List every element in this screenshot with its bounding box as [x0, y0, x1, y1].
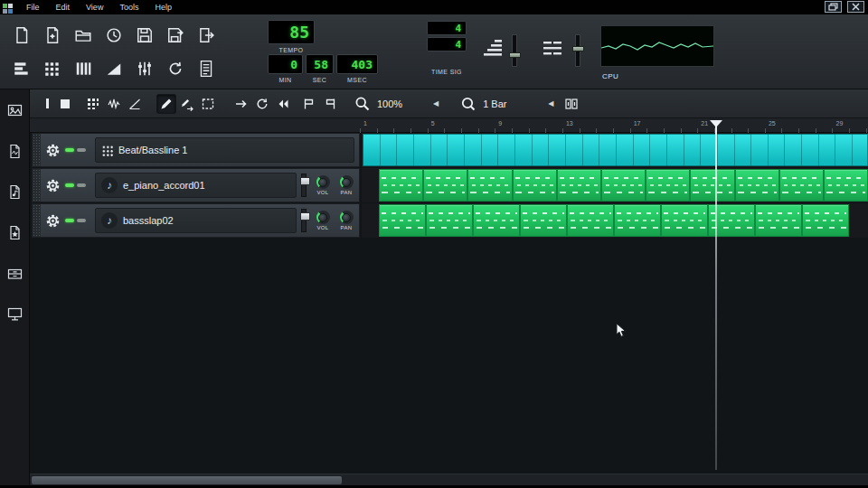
track-lane[interactable]: [362, 133, 868, 167]
menu-file[interactable]: File: [18, 0, 48, 14]
close-button[interactable]: [847, 1, 864, 13]
bb-pattern-segment[interactable]: [363, 134, 868, 166]
pause-button[interactable]: [35, 95, 53, 113]
track-mute-led[interactable]: [65, 148, 74, 152]
autoscroll-button[interactable]: [232, 95, 250, 113]
zoom-decrease-arrow[interactable]: ◀: [433, 99, 439, 108]
pattern-segment[interactable]: [601, 169, 646, 202]
menu-view[interactable]: View: [78, 0, 111, 14]
track-grip[interactable]: [33, 169, 41, 202]
tempo-display[interactable]: 85: [268, 20, 315, 44]
pattern-segment[interactable]: [614, 204, 661, 237]
timeline-ruler[interactable]: 1591317212529: [360, 118, 868, 133]
save-project-button[interactable]: [130, 21, 158, 49]
edit-mode-button[interactable]: [178, 95, 196, 113]
pattern-segment[interactable]: [567, 204, 614, 237]
sidebar-presets-button[interactable]: [5, 182, 24, 202]
pattern-segment[interactable]: [423, 169, 467, 202]
export-project-button[interactable]: [192, 21, 220, 49]
volume-knob[interactable]: [316, 211, 330, 224]
sidebar-instruments-button[interactable]: [5, 100, 24, 120]
timesig-denominator-display[interactable]: 4: [427, 37, 467, 52]
new-project-button[interactable]: [7, 21, 35, 49]
toggle-controller-rack-button[interactable]: [161, 54, 189, 82]
timeline[interactable]: 1591317212529: [30, 118, 868, 133]
track-fader[interactable]: [301, 209, 307, 232]
track-gear-button[interactable]: [41, 172, 64, 199]
save-as-button[interactable]: [161, 21, 189, 49]
snap-decrease-arrow[interactable]: ◀: [548, 99, 553, 108]
pattern-segment[interactable]: [779, 169, 824, 202]
master-volume-slider[interactable]: [512, 34, 517, 67]
horizontal-scrollbar-thumb[interactable]: [32, 476, 342, 484]
toggle-piano-roll-button[interactable]: [69, 54, 97, 82]
sidebar-computer-button[interactable]: [5, 304, 24, 324]
menu-help[interactable]: Help: [146, 0, 180, 14]
open-recent-button[interactable]: [99, 21, 127, 49]
pattern-segment[interactable]: [467, 169, 512, 202]
toggle-automation-editor-button[interactable]: [99, 54, 127, 82]
horizontal-scrollbar[interactable]: [30, 474, 868, 485]
track-lane[interactable]: [362, 203, 868, 238]
track-solo-led[interactable]: [77, 148, 86, 152]
snap-value[interactable]: 1 Bar: [483, 99, 524, 109]
timesig-numerator-display[interactable]: 4: [427, 21, 467, 35]
track-gear-button[interactable]: [41, 136, 64, 164]
pan-knob[interactable]: [340, 211, 354, 224]
track-mute-led[interactable]: [65, 219, 74, 222]
sidebar-favorites-button[interactable]: [5, 222, 24, 242]
pan-knob[interactable]: [340, 175, 354, 189]
pattern-segment[interactable]: [690, 169, 734, 202]
track-gear-button[interactable]: [41, 207, 64, 234]
pattern-segment[interactable]: [646, 169, 690, 202]
master-volume-handle[interactable]: [509, 52, 521, 58]
track-name-button[interactable]: ♪ bassslap02: [95, 208, 297, 233]
pattern-segment[interactable]: [557, 169, 601, 202]
restore-button[interactable]: [825, 1, 842, 13]
pattern-segment[interactable]: [473, 204, 520, 237]
master-pitch-slider[interactable]: [575, 34, 580, 67]
master-pitch-handle[interactable]: [572, 46, 584, 52]
marker-start-button[interactable]: [300, 95, 318, 113]
zoom-value[interactable]: 100%: [377, 99, 415, 109]
pattern-segment[interactable]: [513, 169, 557, 202]
track-name-button[interactable]: ♪ e_piano_accord01: [95, 173, 297, 198]
toggle-song-editor-button[interactable]: [7, 54, 35, 82]
stop-behaviour-button[interactable]: [274, 95, 292, 113]
pattern-segment[interactable]: [824, 169, 868, 202]
pattern-segment[interactable]: [755, 204, 802, 237]
add-automation-track-button[interactable]: [126, 95, 144, 113]
pattern-segment[interactable]: [520, 204, 567, 237]
track-mute-led[interactable]: [65, 183, 74, 187]
track-solo-led[interactable]: [77, 219, 86, 222]
track-grip[interactable]: [33, 134, 41, 166]
volume-knob[interactable]: [316, 175, 330, 189]
add-bb-track-button[interactable]: [84, 95, 102, 113]
open-project-button[interactable]: [69, 21, 97, 49]
pattern-segment[interactable]: [379, 204, 426, 237]
toggle-bb-editor-button[interactable]: [38, 54, 66, 82]
pattern-segment[interactable]: [426, 204, 473, 237]
sidebar-home-button[interactable]: [5, 263, 24, 283]
pattern-segment[interactable]: [379, 169, 423, 202]
track-grip[interactable]: [33, 204, 41, 237]
select-mode-button[interactable]: [199, 95, 217, 113]
loop-points-button[interactable]: [253, 95, 271, 113]
snap-mode-button[interactable]: [562, 95, 580, 113]
track-name-button[interactable]: Beat/Bassline 1: [95, 137, 354, 163]
add-sample-track-button[interactable]: [105, 95, 123, 113]
pattern-segment[interactable]: [735, 169, 779, 202]
toggle-fx-mixer-button[interactable]: [130, 54, 158, 82]
stop-button[interactable]: [56, 95, 74, 113]
menu-tools[interactable]: Tools: [111, 0, 146, 14]
track-fader[interactable]: [301, 174, 307, 197]
marker-end-button[interactable]: [321, 95, 339, 113]
pattern-segment[interactable]: [802, 204, 849, 237]
track-solo-led[interactable]: [77, 183, 86, 187]
new-from-template-button[interactable]: [38, 21, 66, 49]
playhead-marker[interactable]: [710, 120, 722, 127]
track-lane[interactable]: [362, 168, 868, 202]
draw-mode-button[interactable]: [157, 95, 175, 113]
pattern-segment[interactable]: [661, 204, 708, 237]
project-notes-button[interactable]: [192, 54, 220, 82]
